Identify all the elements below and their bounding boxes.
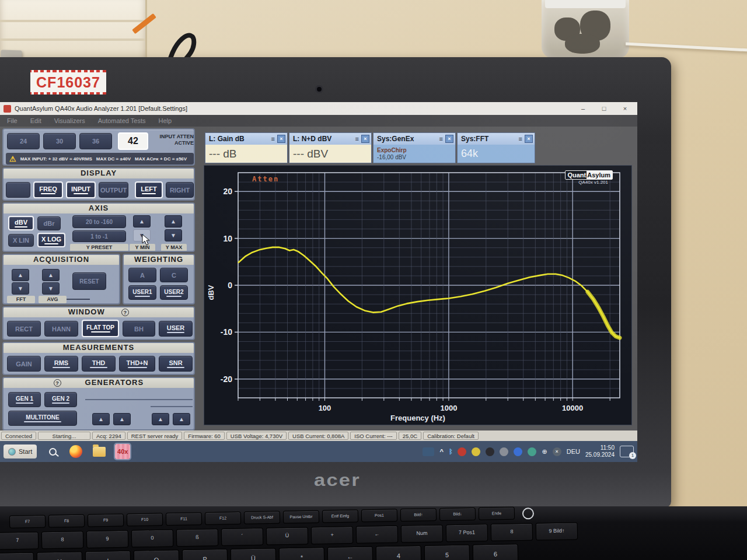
- weighting-user1-button[interactable]: USER1: [128, 285, 156, 300]
- menu-file[interactable]: File: [7, 117, 18, 124]
- panel-close-icon[interactable]: ×: [277, 135, 285, 143]
- taskbar-clock[interactable]: 11:50 25.09.2024: [585, 444, 615, 459]
- window-bh-button[interactable]: BH: [123, 321, 155, 337]
- menu-automated-tests[interactable]: Automated Tests: [98, 117, 146, 124]
- axis-dbv-button[interactable]: dBV: [8, 216, 34, 230]
- panel-menu-icon[interactable]: ≡: [439, 135, 443, 142]
- window-title: QuantAsylum QA40x Audio Analyzer 1.201 […: [15, 105, 571, 112]
- webcam: [315, 85, 323, 93]
- weighting-title: WEIGHTING: [124, 255, 194, 265]
- taskbar-firefox-button[interactable]: [68, 444, 83, 459]
- taskbar-explorer-button[interactable]: [92, 444, 107, 459]
- up-arrow-icon: ▲: [18, 272, 23, 278]
- reset-button[interactable]: RESET: [72, 272, 106, 290]
- window-flattop-button[interactable]: FLAT TOP: [82, 320, 119, 337]
- snr-button[interactable]: SNR: [159, 356, 193, 372]
- start-button[interactable]: Start: [4, 444, 37, 459]
- volume-muted-icon[interactable]: ×: [553, 447, 561, 456]
- panel-close-icon[interactable]: ×: [525, 135, 533, 143]
- window-hann-button[interactable]: HANN: [44, 321, 78, 337]
- tray-app-icon-dark[interactable]: [486, 447, 494, 456]
- y-max-up-button[interactable]: ▲: [165, 215, 182, 228]
- atten-24-button[interactable]: 24: [7, 133, 40, 149]
- menu-help[interactable]: Help: [158, 117, 172, 124]
- gen-level-up-button[interactable]: ▲: [113, 413, 131, 425]
- generators-help-icon[interactable]: ?: [54, 379, 61, 387]
- panel-close-icon[interactable]: ×: [445, 135, 453, 143]
- display-input-button[interactable]: INPUT: [66, 181, 96, 198]
- thd-button[interactable]: THD: [82, 356, 116, 372]
- y-max-down-button[interactable]: ▼: [165, 229, 182, 242]
- display-right-button[interactable]: RIGHT: [166, 182, 194, 198]
- up-arrow-icon: ▲: [179, 416, 184, 422]
- window-help-icon[interactable]: ?: [121, 309, 129, 316]
- window-user-button[interactable]: USER: [159, 321, 193, 337]
- power-button[interactable]: [522, 508, 534, 519]
- gen1-button[interactable]: GEN 1: [8, 392, 41, 407]
- axis-xlin-button[interactable]: X LIN: [8, 234, 34, 247]
- tray-chevron-icon[interactable]: ^: [439, 448, 443, 455]
- menu-visualizers[interactable]: Visualizers: [54, 117, 85, 124]
- multitone-button[interactable]: MULTITONE: [8, 411, 77, 426]
- keyboard-key: Pause Untbr: [283, 510, 319, 524]
- tray-app-icon-yellow[interactable]: [472, 447, 480, 456]
- taskbar-qa40x-button[interactable]: 40x: [115, 444, 130, 459]
- panel-close-icon[interactable]: ×: [361, 135, 369, 143]
- tray-app-icon-red[interactable]: [458, 447, 466, 456]
- restore-button[interactable]: □: [595, 105, 613, 112]
- display-left-button[interactable]: LEFT: [135, 181, 163, 198]
- axis-xlog-button[interactable]: X LOG: [37, 233, 65, 247]
- display-button-blank[interactable]: [6, 182, 30, 198]
- panel-menu-icon[interactable]: ≡: [355, 135, 359, 142]
- thdn-button[interactable]: THD+N: [119, 356, 155, 372]
- tray-app-icon-gray[interactable]: [500, 447, 508, 456]
- y-preset-high-button[interactable]: 20 to -160: [72, 215, 126, 228]
- axis-dbr-button[interactable]: dBr: [37, 216, 61, 230]
- taskbar-search-button[interactable]: [45, 444, 60, 459]
- weighting-a-button[interactable]: A: [128, 268, 156, 282]
- widgets-icon[interactable]: [423, 447, 434, 456]
- network-globe-icon[interactable]: ⊕: [542, 448, 547, 456]
- language-indicator[interactable]: DEU: [567, 448, 580, 455]
- atten-42-button[interactable]: 42: [118, 132, 148, 150]
- weighting-user2-button[interactable]: USER2: [160, 285, 188, 300]
- keyboard-key: 8: [491, 523, 533, 541]
- weighting-c-button[interactable]: C: [160, 268, 188, 282]
- gain-button[interactable]: GAIN: [7, 356, 41, 372]
- system-tray: ^ ᛒ ⊕ × DEU 11:50 25.09.2024 1: [423, 444, 634, 459]
- panel-menu-icon[interactable]: ≡: [519, 135, 522, 142]
- up-arrow-icon: ▲: [158, 416, 163, 422]
- fft-down-button[interactable]: ▼: [12, 282, 29, 295]
- bluetooth-icon[interactable]: ᛒ: [449, 448, 453, 455]
- display-freq-button[interactable]: FREQ: [33, 181, 63, 198]
- tray-app-icon-teal[interactable]: [528, 447, 536, 456]
- y-preset-low-button[interactable]: 1 to -1: [72, 230, 126, 242]
- minimize-button[interactable]: –: [574, 105, 592, 112]
- gen-level-up-button[interactable]: ▲: [92, 413, 110, 425]
- status-firmware: Firmware: 60: [184, 432, 224, 440]
- atten-36-button[interactable]: 36: [79, 133, 112, 149]
- avg-up-button[interactable]: ▲: [42, 269, 60, 281]
- notification-center-icon[interactable]: 1: [620, 446, 634, 457]
- frequency-response-chart[interactable]: 20100-10-20100100010000 Atten Quant Asyl…: [204, 165, 632, 425]
- atten-30-button[interactable]: 30: [43, 133, 76, 149]
- panel-menu-icon[interactable]: ≡: [271, 135, 275, 142]
- gen-freq-up-button[interactable]: ▲: [173, 413, 190, 425]
- tray-app-icon-blue[interactable]: [514, 447, 522, 456]
- shelf-edge: [626, 42, 747, 51]
- window-rect-button[interactable]: RECT: [7, 321, 41, 337]
- y-min-up-button[interactable]: ▲: [133, 215, 151, 228]
- display-output-button[interactable]: OUTPUT: [99, 182, 128, 198]
- gen2-button[interactable]: GEN 2: [44, 392, 77, 407]
- keyboard-key: F10: [127, 513, 163, 526]
- nd-panel: L: N+D dBV ≡ × --- dBV: [289, 132, 372, 163]
- close-button[interactable]: ×: [616, 105, 634, 112]
- avg-down-button[interactable]: ▼: [42, 282, 60, 295]
- menu-edit[interactable]: Edit: [30, 117, 41, 124]
- mouse-cursor: [142, 234, 151, 246]
- gen-freq-up-button[interactable]: ▲: [152, 413, 169, 425]
- status-temperature: 25,0C: [399, 432, 421, 440]
- fft-up-button[interactable]: ▲: [12, 269, 29, 281]
- search-icon: [49, 448, 57, 456]
- rms-button[interactable]: RMS: [44, 356, 78, 372]
